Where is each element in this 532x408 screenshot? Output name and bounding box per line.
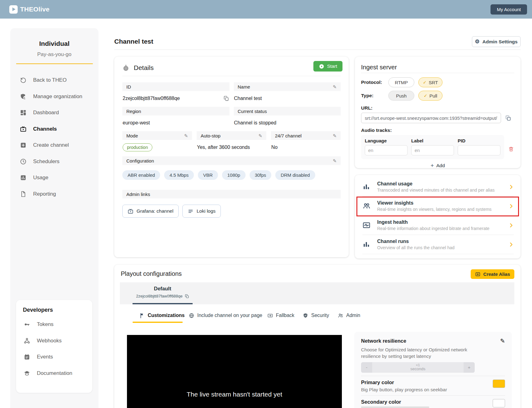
mode-badge: production <box>123 143 152 151</box>
config-chip: 30fps <box>250 170 272 180</box>
start-button[interactable]: Start <box>313 61 342 72</box>
create-alias-button[interactable]: Create Alias <box>471 269 514 279</box>
tab-include-channel[interactable]: Include channel on your page <box>189 311 262 320</box>
sidebar-item-label: Webhooks <box>37 338 62 344</box>
type-push-option[interactable]: Push <box>388 91 414 101</box>
config-chip: 4.5 Mbps <box>164 170 194 180</box>
sidebar-item-schedulers[interactable]: Schedulers <box>10 154 98 170</box>
channel247-label: 24/7 channel✎ <box>271 131 341 140</box>
add-label: Add <box>436 163 445 168</box>
customizations-active-indicator <box>133 322 183 323</box>
developers-title: Developers <box>16 307 92 313</box>
add-box-icon <box>475 271 481 277</box>
check-icon: ✓ <box>423 80 427 85</box>
add-audio-track-button[interactable]: + Add <box>430 163 445 168</box>
url-label: URL: <box>361 105 514 111</box>
audio-tracks-label: Audio tracks: <box>361 128 514 133</box>
copy-id-icon[interactable] <box>224 96 229 101</box>
sidebar-item-documentation[interactable]: Documentation <box>16 365 92 382</box>
document-icon <box>20 191 27 197</box>
network-resilience-description: Choose for Optimized latency or Optimize… <box>361 346 473 360</box>
edit-network-resilience-icon[interactable]: ✎ <box>500 338 505 344</box>
edit-configuration-icon[interactable]: ✎ <box>333 158 337 163</box>
protocol-rtmp-option[interactable]: RTMP <box>388 77 414 87</box>
sidebar-item-back-to-theo[interactable]: Back to THEO <box>10 72 98 89</box>
name-label: Name✎ <box>234 82 341 91</box>
label-input[interactable] <box>411 145 454 155</box>
latency-decrease-button[interactable]: - <box>361 362 372 373</box>
tab-admin[interactable]: Admin <box>338 311 360 320</box>
channel-runs-row[interactable]: Channel runs Overview of all the runs th… <box>362 235 514 254</box>
check-icon: ✓ <box>424 93 427 98</box>
secondary-color-swatch[interactable] <box>493 399 505 407</box>
region-label: Region <box>122 107 229 115</box>
latency-stepper: - <1 seconds + <box>361 362 475 373</box>
tab-customizations[interactable]: Customizations <box>139 311 185 320</box>
edit-autostop-icon[interactable]: ✎ <box>258 133 262 138</box>
chevron-right-icon <box>509 223 514 228</box>
ingest-health-description: Real-time information about ingested bit… <box>377 226 503 231</box>
my-account-button[interactable]: My Account <box>491 4 527 15</box>
copy-url-icon[interactable] <box>505 115 511 121</box>
alias-id: 2zejcol8bjtt87faw0ff688qe <box>136 294 182 298</box>
ingest-url-input[interactable] <box>361 113 501 123</box>
sidebar-item-manage-organization[interactable]: Manage organization <box>10 89 98 105</box>
current-status-label: Current status <box>234 107 341 115</box>
copy-alias-id-icon[interactable] <box>185 294 189 298</box>
details-card: Details Start ID Name✎ 2zejcol8bjtt87faw… <box>114 57 349 257</box>
primary-color-swatch[interactable] <box>493 380 505 388</box>
key-icon <box>24 321 30 328</box>
sidebar-item-dashboard[interactable]: Dashboard <box>10 105 98 121</box>
graduation-cap-icon <box>24 370 30 377</box>
list-lines-icon <box>188 208 194 214</box>
viewer-insights-row[interactable]: Viewer insights Real-time insights on vi… <box>362 197 514 216</box>
sidebar-item-channels[interactable]: Channels <box>10 121 98 137</box>
calendar-icon <box>24 354 30 360</box>
loki-logs-button[interactable]: Loki logs <box>182 205 221 218</box>
playout-title: Playout configurations <box>121 270 182 277</box>
channel247-value-row: No <box>271 140 341 155</box>
tab-fallback[interactable]: Fallback <box>267 311 294 320</box>
bar-chart-icon <box>362 183 372 191</box>
chevron-right-icon <box>509 184 514 189</box>
edit-name-icon[interactable]: ✎ <box>333 85 337 89</box>
admin-settings-button[interactable]: ⚙ Admin Settings <box>472 36 521 47</box>
name-value: Channel test <box>234 96 262 101</box>
edit-mode-icon[interactable]: ✎ <box>184 133 188 138</box>
protocol-srt-option[interactable]: ✓ SRT <box>418 77 443 87</box>
video-player-preview[interactable]: The live stream hasn't started yet <box>127 335 342 408</box>
sidebar-item-label: Events <box>37 354 53 360</box>
latency-increase-button[interactable]: + <box>464 362 475 373</box>
globe-icon <box>189 313 194 319</box>
tab-security[interactable]: Security <box>303 311 329 320</box>
channel-usage-row[interactable]: Channel usage Transcoded and viewed minu… <box>362 177 514 197</box>
chevron-right-icon <box>509 204 514 209</box>
ingest-health-row[interactable]: Ingest health Real-time information abou… <box>362 216 514 235</box>
autostop-value-row: Yes, after 3600 seconds <box>197 140 266 155</box>
sidebar-item-webhooks[interactable]: Webhooks <box>16 333 92 349</box>
ingest-server-title: Ingest server <box>361 62 514 73</box>
sidebar-item-tokens[interactable]: Tokens <box>16 316 92 333</box>
plus-square-icon <box>20 142 27 149</box>
pid-input[interactable] <box>458 145 500 155</box>
sidebar-item-label: Channels <box>33 126 57 132</box>
label-column-label: Label <box>411 138 454 143</box>
tv-icon <box>128 208 133 214</box>
delete-audio-track-icon[interactable] <box>508 146 514 152</box>
theolive-logo[interactable]: THEOlive <box>9 5 50 14</box>
alias-tab-default[interactable]: Default 2zejcol8bjtt87faw0ff688qe <box>133 282 193 304</box>
sidebar-item-create-channel[interactable]: Create channel <box>10 137 98 154</box>
sidebar: Individual Pay-as-you-go Back to THEO Ma… <box>10 28 98 408</box>
edit-channel247-icon[interactable]: ✎ <box>333 133 337 138</box>
chevron-right-icon <box>509 242 514 247</box>
language-input[interactable] <box>365 145 408 155</box>
type-pull-option[interactable]: ✓ Pull <box>418 91 443 101</box>
bar-chart-icon <box>20 174 27 181</box>
secondary-color-row: Secondary color <box>361 399 505 408</box>
sidebar-item-reporting[interactable]: Reporting <box>10 186 98 202</box>
sidebar-item-events[interactable]: Events <box>16 349 92 365</box>
sidebar-item-usage[interactable]: Usage <box>10 170 98 186</box>
grafana-channel-button[interactable]: Grafana: channel <box>122 205 179 218</box>
id-value: 2zejcol8bjtt87faw0ff688qe <box>123 96 180 101</box>
page-title: Channel test <box>114 38 153 45</box>
